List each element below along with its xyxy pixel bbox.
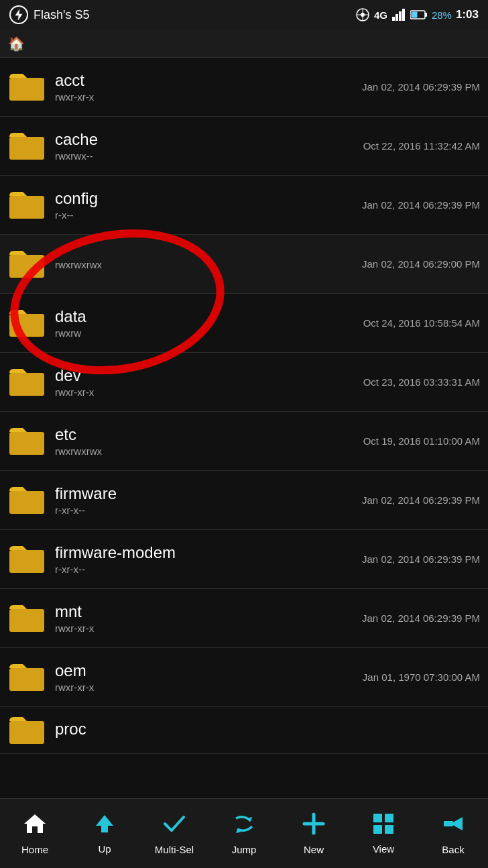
file-info: rwxrwxrwx: [55, 258, 362, 270]
svg-rect-20: [9, 550, 44, 573]
folder-icon: [8, 602, 46, 635]
folder-icon: [8, 661, 46, 694]
nav-new[interactable]: New: [279, 812, 349, 855]
list-item[interactable]: rwxrwxrwx Jan 02, 2014 06:29:00 PM: [0, 235, 488, 294]
svg-rect-16: [9, 314, 44, 337]
app-title: Flash's S5: [34, 8, 89, 22]
nav-view[interactable]: View: [349, 812, 418, 855]
nav-jump-label: Jump: [232, 844, 257, 855]
wifi-icon: [355, 7, 370, 22]
breadcrumb-bar: 🏠: [0, 30, 488, 58]
file-info: oem rwxr-xr-x: [55, 661, 363, 694]
svg-rect-22: [9, 668, 44, 691]
nav-jump[interactable]: Jump: [209, 812, 279, 855]
house-icon: [23, 812, 47, 841]
bottom-nav: Home Up Multi-Sel Jump: [0, 798, 488, 868]
battery-percent: 28%: [432, 9, 452, 21]
list-item[interactable]: proc: [0, 707, 488, 754]
folder-icon: [8, 543, 46, 576]
nav-view-label: View: [373, 843, 394, 855]
list-item[interactable]: dev rwxr-xr-x Oct 23, 2016 03:33:31 AM: [0, 353, 488, 412]
svg-rect-18: [9, 432, 44, 455]
svg-rect-21: [9, 609, 44, 632]
folder-icon: [8, 307, 46, 339]
status-left: Flash's S5: [9, 5, 89, 24]
svg-marker-26: [96, 815, 113, 832]
folder-icon: [8, 248, 46, 280]
list-item[interactable]: firmware-modem r-xr-x-- Jan 02, 2014 06:…: [0, 530, 488, 589]
folder-icon: [8, 130, 46, 162]
checkmark-icon: [162, 812, 186, 841]
list-item[interactable]: cache rwxrwx-- Oct 22, 2016 11:32:42 AM: [0, 117, 488, 176]
list-item[interactable]: mnt rwxr-xr-x Jan 02, 2014 06:29:39 PM: [0, 589, 488, 648]
nav-back[interactable]: Back: [418, 812, 488, 855]
file-info: data rwxrw: [55, 307, 363, 339]
svg-rect-34: [385, 825, 393, 834]
svg-rect-36: [444, 821, 453, 826]
file-info: acct rwxr-xr-x: [55, 71, 362, 103]
grid-icon: [372, 812, 395, 840]
file-info: etc rwxrwxrwx: [55, 425, 363, 457]
file-info: proc: [55, 720, 480, 741]
file-info: firmware r-xr-x--: [55, 484, 362, 517]
status-bar: Flash's S5 4G 28% 1:03: [0, 0, 488, 30]
app-icon: [9, 5, 28, 24]
svg-rect-23: [9, 721, 44, 744]
svg-rect-32: [385, 814, 393, 822]
status-right: 4G 28% 1:03: [355, 7, 479, 22]
list-item[interactable]: acct rwxr-xr-x Jan 02, 2014 06:29:39 PM: [0, 58, 488, 117]
svg-rect-19: [9, 491, 44, 514]
list-item[interactable]: data rwxrw Oct 24, 2016 10:58:54 AM: [0, 294, 488, 353]
svg-marker-25: [24, 814, 46, 833]
svg-rect-6: [395, 14, 398, 21]
jump-icon: [232, 812, 256, 841]
file-info: cache rwxrwx--: [55, 130, 363, 162]
svg-rect-15: [9, 255, 44, 278]
svg-rect-17: [9, 373, 44, 396]
nav-home-label: Home: [21, 844, 48, 855]
clock: 1:03: [456, 8, 479, 21]
svg-rect-11: [411, 12, 417, 18]
folder-icon: [8, 71, 46, 103]
nav-back-label: Back: [442, 844, 464, 855]
file-list: acct rwxr-xr-x Jan 02, 2014 06:29:39 PM …: [0, 58, 488, 754]
file-info: config r-x--: [55, 189, 362, 221]
nav-multisel[interactable]: Multi-Sel: [139, 812, 209, 855]
svg-rect-33: [373, 825, 382, 834]
plus-icon: [302, 812, 326, 841]
folder-icon: [8, 425, 46, 457]
up-arrow-icon: [93, 812, 116, 840]
file-info: firmware-modem r-xr-x--: [55, 543, 362, 576]
folder-icon: [8, 484, 46, 517]
nav-home[interactable]: Home: [0, 812, 70, 855]
svg-rect-12: [9, 78, 44, 101]
file-info: mnt rwxr-xr-x: [55, 602, 362, 635]
svg-rect-7: [399, 11, 402, 21]
folder-icon: [8, 366, 46, 398]
svg-rect-31: [373, 814, 382, 822]
folder-icon: [8, 714, 46, 747]
folder-icon: [8, 189, 46, 221]
svg-rect-14: [9, 196, 44, 219]
nav-new-label: New: [304, 844, 324, 855]
svg-rect-5: [392, 17, 395, 21]
nav-up-label: Up: [98, 843, 111, 855]
signal-icon: [391, 9, 406, 21]
list-item[interactable]: oem rwxr-xr-x Jan 01, 1970 07:30:00 AM: [0, 648, 488, 707]
svg-rect-13: [9, 137, 44, 160]
svg-marker-0: [15, 9, 22, 20]
svg-rect-8: [402, 9, 405, 21]
back-arrow-icon: [441, 812, 465, 841]
nav-up[interactable]: Up: [70, 812, 139, 855]
list-item[interactable]: etc rwxrwxrwx Oct 19, 2016 01:10:00 AM: [0, 412, 488, 471]
nav-multisel-label: Multi-Sel: [155, 844, 194, 855]
svg-rect-10: [425, 13, 427, 17]
battery-icon: [410, 9, 428, 20]
list-item[interactable]: config r-x-- Jan 02, 2014 06:29:39 PM: [0, 176, 488, 235]
list-item[interactable]: firmware r-xr-x-- Jan 02, 2014 06:29:39 …: [0, 471, 488, 530]
file-info: dev rwxr-xr-x: [55, 366, 363, 398]
signal-badge: 4G: [374, 9, 387, 21]
home-breadcrumb-icon[interactable]: 🏠: [8, 36, 25, 52]
